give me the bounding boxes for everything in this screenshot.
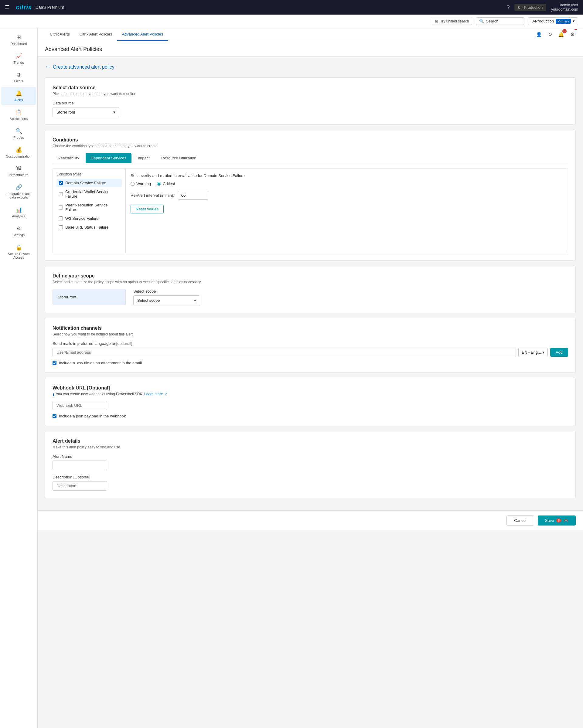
base-url-checkbox[interactable] (59, 225, 63, 229)
cond-type-base-url[interactable]: Base URL Status Failure (56, 223, 122, 231)
cond-type-peer-resolution[interactable]: Peer Resolution Service Failure (56, 201, 122, 214)
save-badge: 6 (556, 519, 561, 522)
warning-radio-label[interactable]: Warning (131, 182, 151, 186)
cancel-button[interactable]: Cancel (506, 516, 534, 525)
sidebar-item-infrastructure[interactable]: 🏗 Infrastructure (1, 162, 36, 180)
lang-chevron-icon: ▾ (542, 350, 544, 355)
conditions-section: Conditions Choose the condition types ba… (45, 130, 576, 261)
tab-citrix-alert-policies[interactable]: Citrix Alert Policies (75, 28, 117, 41)
tab-advanced-alert-policies[interactable]: Advanced Alert Policies (117, 28, 168, 41)
w3-service-checkbox[interactable] (59, 216, 63, 220)
form-content: ← Create advanced alert policy Select da… (37, 56, 583, 510)
critical-radio[interactable] (157, 182, 161, 186)
sidebar-item-probes[interactable]: 🔍 Probes (1, 125, 36, 142)
scope-title: Define your scope (53, 273, 568, 279)
sidebar-item-alerts[interactable]: 🔔 Alerts (1, 87, 36, 105)
tab-citrix-alerts[interactable]: Citrix Alerts (45, 28, 75, 41)
severity-radio-group: Warning Critical (131, 182, 563, 186)
cond-type-w3-service[interactable]: W3 Service Failure (56, 214, 122, 223)
lang-selector[interactable]: EN - Eng... ▾ (518, 347, 548, 357)
critical-radio-label[interactable]: Critical (157, 182, 175, 186)
conditions-right-panel: Set severity and re-alert interval value… (126, 168, 568, 253)
interval-input[interactable] (178, 191, 208, 200)
sidebar-item-integrations[interactable]: 🔗 Integrations and data exports (1, 181, 36, 202)
conditions-left-panel: Condition types Domain Service Failure C… (53, 168, 126, 253)
main-content: Citrix Alerts Citrix Alert Policies Adva… (37, 28, 583, 728)
tab-impact[interactable]: Impact (133, 153, 155, 163)
cond-type-domain-service-failure[interactable]: Domain Service Failure (56, 179, 122, 187)
scope-section: Define your scope Select and customize t… (45, 266, 576, 313)
peer-resolution-checkbox[interactable] (59, 206, 63, 209)
chevron-down-icon: ▾ (573, 19, 575, 23)
interval-label: Re-Alert interval (in min): (131, 193, 174, 198)
send-mail-label: Send mails in preferred language to [opt… (53, 341, 568, 346)
sidebar-item-trends[interactable]: 📈 Trends (1, 50, 36, 68)
webhook-url-input[interactable] (53, 401, 107, 410)
unified-search-button[interactable]: ⊞ Try unified search (432, 18, 472, 25)
chevron-down-icon: ▾ (113, 110, 116, 114)
reset-values-button[interactable]: Reset values (131, 205, 164, 213)
cond-type-credential-wallet[interactable]: Credential Wallet Service Failure (56, 188, 122, 200)
warning-radio[interactable] (131, 182, 134, 186)
tab-reachability[interactable]: Reachability (53, 153, 84, 163)
data-source-title: Select data source (53, 85, 568, 90)
save-icon: 🎮 (563, 518, 568, 523)
settings-notification-button[interactable]: ⚙ (569, 30, 576, 38)
sidebar-item-filters[interactable]: ⧉ Filters (1, 69, 36, 86)
learn-more-link[interactable]: Learn more ↗ (144, 392, 167, 396)
data-source-select[interactable]: StoreFront ▾ (53, 107, 119, 117)
breadcrumb-tabs: Citrix Alerts Citrix Alert Policies Adva… (37, 28, 583, 41)
notification-title: Notification channels (53, 326, 568, 331)
settings-badge (575, 29, 577, 30)
cost-optimization-icon: 💰 (16, 147, 22, 153)
integrations-icon: 🔗 (16, 184, 22, 191)
sidebar-item-settings[interactable]: ⚙ Settings (1, 222, 36, 240)
send-mail-optional: [optional] (116, 341, 132, 346)
dashboard-icon: ⊞ (17, 34, 21, 41)
include-csv-checkbox[interactable] (53, 361, 56, 365)
main-layout: ⊞ Dashboard 📈 Trends ⧉ Filters 🔔 Alerts … (0, 28, 583, 728)
hamburger-menu[interactable]: ☰ (5, 4, 10, 10)
env-selector[interactable]: 0-Production Primary ▾ (528, 17, 578, 25)
add-email-button[interactable]: Add (550, 348, 568, 357)
sidebar-item-analytics[interactable]: 📊 Analytics (1, 203, 36, 221)
top-navigation: ☰ citrix DaaS Premium ? 0 - Production a… (0, 0, 583, 15)
conditions-body: Condition types Domain Service Failure C… (53, 168, 568, 253)
alert-name-input[interactable] (53, 461, 107, 470)
unified-search-icon: ⊞ (435, 19, 438, 23)
secondary-navigation: ⊞ Try unified search 🔍 Search 0-Producti… (0, 15, 583, 28)
data-source-label: Data source (53, 101, 568, 105)
back-button[interactable]: ← Create advanced alert policy (45, 64, 576, 70)
sidebar-item-cost-optimization[interactable]: 💰 Cost optimization (1, 144, 36, 161)
user-edit-button[interactable]: 👤 (535, 30, 543, 38)
data-source-desc: Pick the data source event that you want… (53, 92, 568, 96)
conditions-desc: Choose the condition types based on the … (53, 144, 568, 148)
sidebar-item-applications[interactable]: 📋 Applications (1, 106, 36, 124)
domain-service-failure-checkbox[interactable] (59, 181, 63, 185)
help-icon[interactable]: ? (507, 4, 509, 10)
credential-wallet-checkbox[interactable] (59, 192, 63, 196)
notification-section: Notification channels Select how you wan… (45, 318, 576, 373)
alert-desc-input[interactable] (53, 481, 107, 491)
notification-desc: Select how you want to be notified about… (53, 332, 568, 336)
scope-chevron-icon: ▾ (194, 298, 196, 303)
alert-details-desc: Make this alert policy easy to find and … (53, 445, 568, 449)
include-json-checkbox[interactable] (53, 414, 56, 418)
back-arrow-icon: ← (45, 64, 50, 70)
condition-types-header: Condition types (56, 172, 122, 176)
scope-desc: Select and customize the policy scope wi… (53, 280, 568, 284)
env-badge[interactable]: 0 - Production (514, 4, 546, 11)
applications-icon: 📋 (16, 109, 22, 116)
sidebar: ⊞ Dashboard 📈 Trends ⧉ Filters 🔔 Alerts … (0, 28, 37, 728)
refresh-button[interactable]: ↻ (547, 30, 553, 38)
sidebar-item-dashboard[interactable]: ⊞ Dashboard (1, 31, 36, 49)
tab-resource-utilization[interactable]: Resource Utilization (156, 153, 202, 163)
save-button[interactable]: Save 6 🎮 (538, 516, 576, 525)
alert-notification-button[interactable]: 🔔 6 (557, 30, 565, 38)
scope-select-dropdown[interactable]: Select scope ▾ (133, 295, 200, 305)
sidebar-item-secure-private-access[interactable]: 🔒 Secure Private Access (1, 241, 36, 262)
email-row: EN - Eng... ▾ Add (53, 347, 568, 357)
email-input[interactable] (53, 347, 516, 357)
tab-dependent-services[interactable]: Dependent Services (86, 153, 131, 163)
search-box[interactable]: 🔍 Search (476, 17, 525, 25)
